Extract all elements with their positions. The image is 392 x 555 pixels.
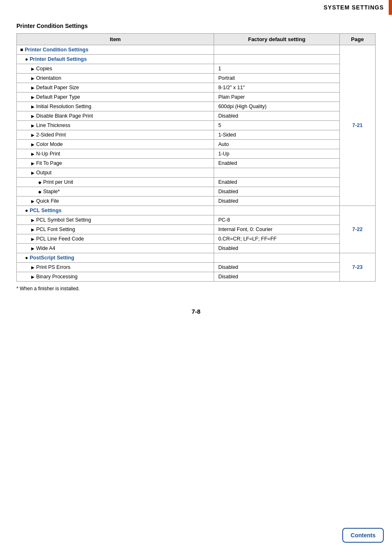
row-default-21: Disabled: [214, 244, 340, 253]
row-item-7: ▶Disable Blank Page Print: [17, 111, 214, 121]
row-default-3: Portrait: [214, 74, 340, 83]
table-row: ▶Output: [17, 168, 376, 178]
table-row: ▶PCL Symbol Set SettingPC-8: [17, 215, 376, 225]
table-row: ▶Print PS ErrorsDisabled: [17, 263, 376, 272]
row-default-10: Auto: [214, 140, 340, 149]
table-row: ◆Staple*Disabled: [17, 187, 376, 197]
row-page-22[interactable]: 7-23: [339, 253, 375, 282]
table-row: ▶Default Paper TypePlain Paper: [17, 92, 376, 102]
header: SYSTEM SETTINGS: [0, 0, 392, 15]
table-row: ▶N-Up Print1-Up: [17, 149, 376, 159]
row-default-16: Disabled: [214, 197, 340, 206]
col-header-default: Factory default setting: [214, 34, 340, 45]
row-default-4: 8-1/2" x 11": [214, 83, 340, 92]
row-default-11: 1-Up: [214, 149, 340, 159]
row-default-24: Disabled: [214, 272, 340, 282]
row-item-17: ●PCL Settings: [17, 206, 214, 215]
table-row: ▶Disable Blank Page PrintDisabled: [17, 111, 376, 121]
row-default-22: [214, 253, 340, 263]
row-item-6: ▶Initial Resolution Setting: [17, 102, 214, 111]
table-row: ◆Print per UnitEnabled: [17, 178, 376, 187]
row-default-0: [214, 45, 340, 55]
row-default-12: Enabled: [214, 159, 340, 168]
table-row: ▶OrientationPortrait: [17, 74, 376, 83]
settings-table: Item Factory default setting Page ■Print…: [16, 33, 376, 282]
row-default-5: Plain Paper: [214, 92, 340, 102]
table-row: ▶Wide A4Disabled: [17, 244, 376, 253]
table-row: ■Printer Condition Settings7-21: [17, 45, 376, 55]
row-item-19: ▶PCL Font Setting: [17, 225, 214, 234]
row-default-18: PC-8: [214, 215, 340, 225]
row-item-16: ▶Quick File: [17, 197, 214, 206]
row-default-6: 600dpi (High Quality): [214, 102, 340, 111]
table-row: ▶Default Paper Size8-1/2" x 11": [17, 83, 376, 92]
row-item-22: ●PostScript Setting: [17, 253, 214, 263]
section-title: Printer Condition Settings: [16, 23, 376, 29]
page-content: Printer Condition Settings Item Factory …: [0, 0, 392, 340]
row-default-1: [214, 55, 340, 64]
table-row: ●PostScript Setting7-23: [17, 253, 376, 263]
row-item-14: ◆Print per Unit: [17, 178, 214, 187]
footnote: * When a finisher is installed.: [16, 286, 376, 291]
row-default-20: 0.CR=CR; LF=LF; FF=FF: [214, 234, 340, 244]
row-item-11: ▶N-Up Print: [17, 149, 214, 159]
table-row: ▶Initial Resolution Setting600dpi (High …: [17, 102, 376, 111]
row-item-8: ▶Line Thickness: [17, 121, 214, 130]
row-item-2: ▶Copies: [17, 64, 214, 74]
row-item-13: ▶Output: [17, 168, 214, 178]
row-item-15: ◆Staple*: [17, 187, 214, 197]
row-item-18: ▶PCL Symbol Set Setting: [17, 215, 214, 225]
row-default-13: [214, 168, 340, 178]
table-row: ▶Color ModeAuto: [17, 140, 376, 149]
header-title: SYSTEM SETTINGS: [324, 4, 392, 11]
row-item-21: ▶Wide A4: [17, 244, 214, 253]
row-page-0[interactable]: 7-21: [339, 45, 375, 206]
table-row: ▶Copies1: [17, 64, 376, 74]
row-item-9: ▶2-Sided Print: [17, 130, 214, 140]
row-default-19: Internal Font, 0: Courier: [214, 225, 340, 234]
table-row: ▶Line Thickness5: [17, 121, 376, 130]
row-item-23: ▶Print PS Errors: [17, 263, 214, 272]
row-default-17: [214, 206, 340, 215]
table-row: ▶PCL Line Feed Code0.CR=CR; LF=LF; FF=FF: [17, 234, 376, 244]
contents-button[interactable]: Contents: [342, 528, 384, 543]
row-default-7: Disabled: [214, 111, 340, 121]
row-item-24: ▶Binary Processing: [17, 272, 214, 282]
table-row: ▶Binary ProcessingDisabled: [17, 272, 376, 282]
table-row: ●PCL Settings7-22: [17, 206, 376, 215]
row-item-5: ▶Default Paper Type: [17, 92, 214, 102]
row-default-23: Disabled: [214, 263, 340, 272]
row-default-9: 1-Sided: [214, 130, 340, 140]
table-row: ●Printer Default Settings: [17, 55, 376, 64]
col-header-page: Page: [339, 34, 375, 45]
row-item-1: ●Printer Default Settings: [17, 55, 214, 64]
col-header-item: Item: [17, 34, 214, 45]
table-row: ▶Quick FileDisabled: [17, 197, 376, 206]
table-row: ▶PCL Font SettingInternal Font, 0: Couri…: [17, 225, 376, 234]
row-page-17[interactable]: 7-22: [339, 206, 375, 253]
row-default-14: Enabled: [214, 178, 340, 187]
row-item-10: ▶Color Mode: [17, 140, 214, 149]
row-item-20: ▶PCL Line Feed Code: [17, 234, 214, 244]
row-item-3: ▶Orientation: [17, 74, 214, 83]
row-default-2: 1: [214, 64, 340, 74]
row-item-4: ▶Default Paper Size: [17, 83, 214, 92]
row-item-12: ▶Fit To Page: [17, 159, 214, 168]
row-item-0: ■Printer Condition Settings: [17, 45, 214, 55]
page-number: 7-8: [16, 308, 376, 315]
table-row: ▶Fit To PageEnabled: [17, 159, 376, 168]
row-default-15: Disabled: [214, 187, 340, 197]
table-row: ▶2-Sided Print1-Sided: [17, 130, 376, 140]
row-default-8: 5: [214, 121, 340, 130]
header-accent: [389, 0, 392, 15]
